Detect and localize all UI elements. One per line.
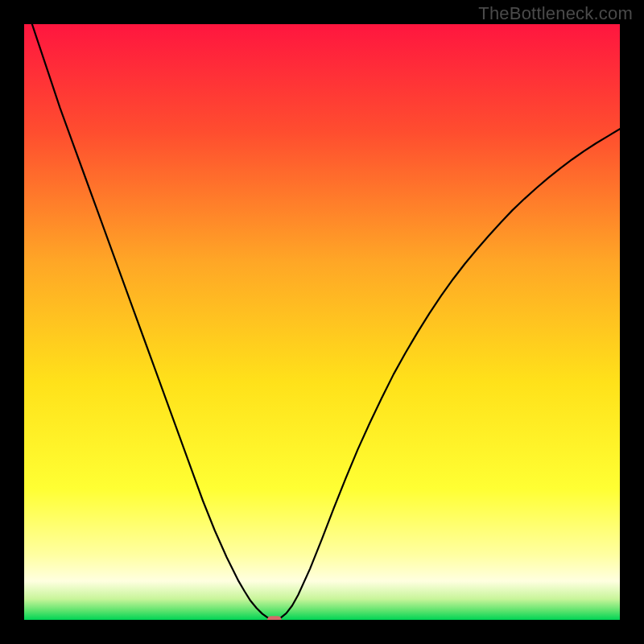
optimal-point-marker bbox=[267, 616, 282, 620]
chart-svg bbox=[24, 24, 620, 620]
watermark: TheBottleneck.com bbox=[478, 3, 633, 24]
chart-background bbox=[24, 24, 620, 620]
bottleneck-chart bbox=[24, 24, 620, 620]
chart-container: TheBottleneck.com bbox=[0, 0, 644, 644]
